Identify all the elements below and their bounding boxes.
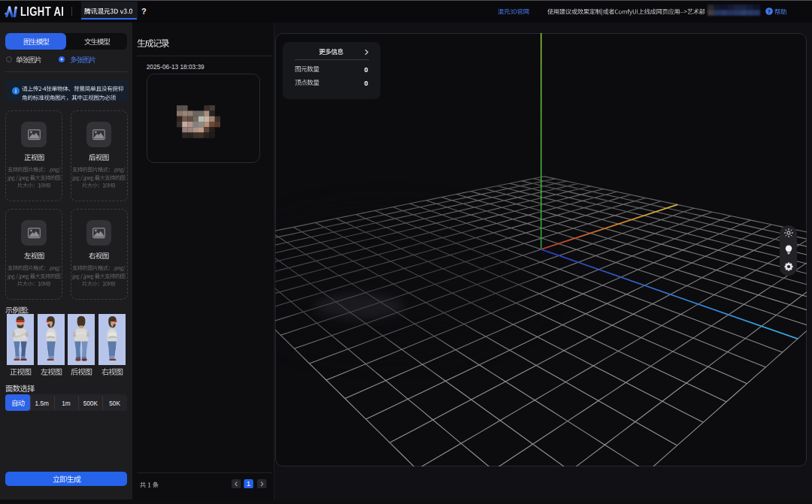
- svg-text:0: 0: [365, 66, 368, 74]
- svg-text:?: ?: [767, 9, 770, 14]
- svg-text:0: 0: [365, 80, 368, 87]
- svg-text:1: 1: [247, 480, 250, 487]
